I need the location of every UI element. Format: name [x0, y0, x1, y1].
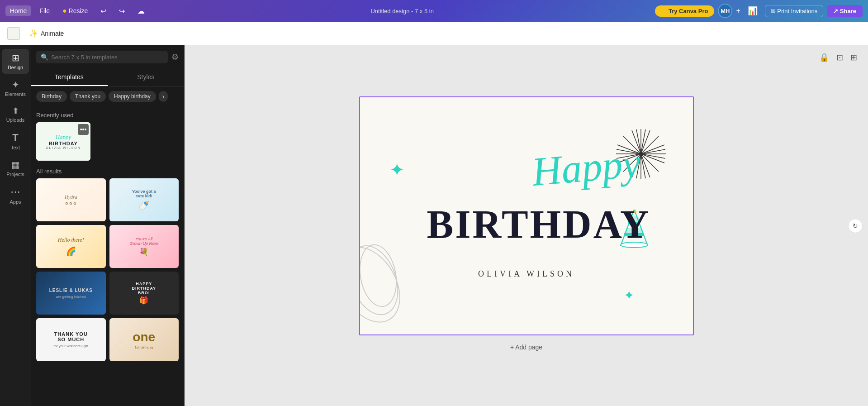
share-label: Share: [840, 8, 856, 14]
home-button[interactable]: Home: [5, 5, 31, 16]
search-area: 🔍 ⚙: [31, 45, 184, 69]
tab-templates[interactable]: Templates: [31, 69, 108, 86]
thumb-more-button[interactable]: •••: [78, 124, 89, 135]
uploads-icon: ⬆: [12, 106, 19, 116]
design-icon: ⊞: [12, 53, 19, 63]
sidebar-item-design[interactable]: ⊞ Design: [2, 49, 29, 74]
cyan-star-large: ✦: [389, 161, 405, 179]
sidebar-item-apps[interactable]: ⋯ Apps: [2, 182, 29, 208]
search-box: 🔍: [36, 51, 168, 63]
left-sidebar: ⊞ Design ✦ Elements ⬆ Uploads T Text ▦ P…: [0, 45, 31, 406]
refresh-button[interactable]: ↻: [848, 219, 863, 233]
animate-label: Animate: [41, 30, 64, 37]
tag-pills: Birthday Thank you Happy birthday ›: [31, 86, 184, 106]
print-invitations-button[interactable]: ✉ Print Invitations: [765, 5, 824, 17]
nav-title: Untitled design - 7 x 5 in: [370, 8, 433, 14]
sidebar-item-label-uploads: Uploads: [6, 117, 24, 123]
animate-sparkle-icon: ✨: [29, 29, 38, 38]
nav-left: Home File ● Resize ↩ ↪ ☁: [5, 5, 149, 17]
sidebar-item-uploads[interactable]: ⬆ Uploads: [2, 102, 29, 126]
tag-birthday[interactable]: Birthday: [36, 91, 67, 102]
secondary-toolbar: ✨ Animate: [0, 22, 868, 45]
tab-styles[interactable]: Styles: [108, 69, 185, 86]
projects-icon: ▦: [11, 159, 20, 170]
template-thumb-6[interactable]: HAPPY BIRTHDAY BRO! 🎁: [109, 272, 179, 315]
template-thumb-2[interactable]: You've got a cute kid! 🍼: [109, 178, 179, 221]
sidebar-item-label-apps: Apps: [9, 199, 21, 205]
analytics-button[interactable]: 📊: [744, 4, 761, 18]
birthday-card-canvas[interactable]: ✦ ★ Happy BIRTHDAY OLIVIA WIL: [359, 96, 694, 335]
main-content: ⊞ Design ✦ Elements ⬆ Uploads T Text ▦ P…: [0, 45, 868, 406]
canvas-controls: 🔒 ⊡ ⊞: [817, 51, 859, 64]
card-happy-text: Happy: [530, 142, 642, 192]
tag-thankyou[interactable]: Thank you: [70, 91, 106, 102]
pro-star-icon: ★: [661, 8, 667, 14]
templates-scroll: Recently used ••• Happy BIRTHDAY OLIVIA …: [31, 106, 184, 406]
sidebar-item-text[interactable]: T Text: [2, 128, 29, 154]
template-thumb-3[interactable]: Hello there! 🌈: [36, 225, 106, 268]
panel-tabs: Templates Styles: [31, 69, 184, 86]
recently-used-thumb[interactable]: ••• Happy BIRTHDAY OLIVIA WILSON: [36, 122, 90, 161]
sidebar-item-label-projects: Projects: [6, 172, 24, 177]
all-results-section: All results Hydra ✿ ✿ ✿ You've got a cut…: [36, 168, 179, 361]
template-thumb-1[interactable]: Hydra ✿ ✿ ✿: [36, 178, 106, 221]
template-thumb-7[interactable]: THANK YOU SO MUCH for your wonderful gif…: [36, 318, 106, 361]
redo-button[interactable]: ↪: [114, 5, 129, 17]
plus-button[interactable]: +: [736, 7, 740, 15]
sidebar-item-label-text: Text: [11, 145, 20, 150]
recently-used-label: Recently used: [36, 112, 179, 119]
sidebar-item-elements[interactable]: ✦ Elements: [2, 76, 29, 100]
share-button[interactable]: ↗ Share: [827, 5, 863, 17]
navbar: Home File ● Resize ↩ ↪ ☁ Untitled design…: [0, 0, 868, 22]
color-swatch[interactable]: [7, 27, 20, 40]
resize-button[interactable]: ● Resize: [58, 5, 92, 17]
search-icon: 🔍: [41, 53, 48, 61]
expand-button[interactable]: ⊞: [849, 51, 859, 64]
print-icon: ✉: [771, 8, 776, 14]
all-results-grid: Hydra ✿ ✿ ✿ You've got a cute kid! 🍼: [36, 178, 179, 361]
card-birthday-text: BIRTHDAY: [427, 201, 651, 247]
recently-used-section: Recently used ••• Happy BIRTHDAY OLIVIA …: [36, 112, 179, 161]
all-results-label: All results: [36, 168, 179, 175]
elements-icon: ✦: [12, 79, 19, 90]
resize-dot: ●: [62, 7, 67, 15]
filter-button[interactable]: ⚙: [171, 52, 179, 62]
sidebar-item-label-elements: Elements: [5, 91, 26, 97]
sidebar-item-label-design: Design: [8, 65, 23, 70]
share-icon: ↗: [833, 8, 838, 14]
template-thumb-5[interactable]: LESLIE & LUKAS are getting hitched: [36, 272, 106, 315]
duplicate-button[interactable]: ⊡: [835, 51, 845, 64]
sidebar-item-projects[interactable]: ▦ Projects: [2, 156, 29, 181]
template-thumb-8[interactable]: one 1st birthday: [109, 318, 179, 361]
cyan-star-small: ✦: [624, 289, 634, 302]
card-name-text: OLIVIA WILSON: [478, 269, 574, 279]
avatar[interactable]: MH: [718, 4, 732, 18]
undo-button[interactable]: ↩: [96, 5, 111, 17]
try-pro-button[interactable]: ★ Try Canva Pro: [655, 5, 714, 17]
canvas-area: 🔒 ⊡ ⊞ ↻: [185, 45, 868, 406]
tag-happybirthday[interactable]: Happy birthday: [109, 91, 156, 102]
nav-right: ★ Try Canva Pro MH + 📊 ✉ Print Invitatio…: [655, 4, 863, 18]
templates-panel: 🔍 ⚙ Templates Styles Birthday Thank you …: [31, 45, 185, 406]
tag-more-button[interactable]: ›: [159, 91, 168, 102]
animate-button[interactable]: ✨ Animate: [24, 26, 69, 40]
print-label: Print Invitations: [777, 8, 817, 14]
add-page-button[interactable]: + Add page: [501, 339, 551, 355]
file-button[interactable]: File: [35, 5, 54, 16]
template-thumb-4[interactable]: You're All Grown Up Now! 💐: [109, 225, 179, 268]
resize-label: Resize: [69, 7, 88, 14]
cloud-button[interactable]: ☁: [133, 5, 149, 17]
apps-icon: ⋯: [10, 186, 20, 198]
search-input[interactable]: [51, 54, 163, 61]
lock-button[interactable]: 🔒: [817, 51, 831, 64]
text-icon: T: [12, 132, 18, 143]
try-pro-label: Try Canva Pro: [669, 8, 708, 14]
